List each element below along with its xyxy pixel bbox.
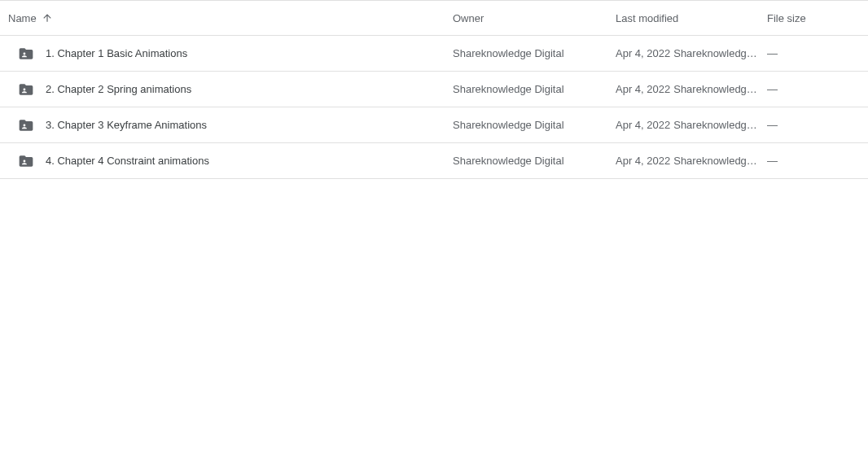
table-row[interactable]: 4. Chapter 4 Constraint animations Share… [0,143,868,179]
file-name: 4. Chapter 4 Constraint animations [46,155,209,167]
modified-date: Apr 4, 2022 [616,83,670,95]
cell-name: 1. Chapter 1 Basic Animations [8,46,453,62]
cell-owner: Shareknowledge Digital [453,155,616,167]
cell-name: 2. Chapter 2 Spring animations [8,81,453,98]
file-name: 2. Chapter 2 Spring animations [46,83,191,95]
modified-by: Shareknowledge D… [673,83,761,95]
file-table: Name Owner Last modified File size 1. Ch… [0,0,868,179]
modified-by: Shareknowledge D… [673,47,761,59]
cell-size: — [767,119,860,131]
modified-date: Apr 4, 2022 [616,47,670,59]
modified-date: Apr 4, 2022 [616,119,670,131]
modified-by: Shareknowledge D… [673,155,761,167]
file-name: 3. Chapter 3 Keyframe Animations [46,119,207,131]
cell-owner: Shareknowledge Digital [453,119,616,131]
cell-modified: Apr 4, 2022 Shareknowledge D… [616,155,767,167]
column-header-owner[interactable]: Owner [453,12,616,24]
column-header-modified[interactable]: Last modified [616,12,767,24]
cell-size: — [767,155,860,167]
shared-folder-icon [8,46,46,62]
svg-point-3 [24,159,26,162]
shared-folder-icon [8,153,46,169]
svg-point-1 [24,88,26,90]
column-label-name: Name [8,12,37,24]
cell-owner: Shareknowledge Digital [453,47,616,59]
cell-size: — [767,47,860,59]
modified-by: Shareknowledge D… [673,119,761,131]
svg-point-2 [24,124,26,126]
column-header-size[interactable]: File size [767,12,860,24]
arrow-up-icon [42,12,53,24]
modified-date: Apr 4, 2022 [616,155,670,167]
cell-modified: Apr 4, 2022 Shareknowledge D… [616,119,767,131]
table-row[interactable]: 2. Chapter 2 Spring animations Shareknow… [0,72,868,107]
cell-name: 4. Chapter 4 Constraint animations [8,153,453,169]
svg-point-0 [24,52,26,55]
shared-folder-icon [8,117,46,133]
table-row[interactable]: 3. Chapter 3 Keyframe Animations Sharekn… [0,107,868,143]
table-header-row: Name Owner Last modified File size [0,0,868,36]
column-header-name[interactable]: Name [8,12,453,24]
shared-folder-icon [8,81,46,98]
cell-owner: Shareknowledge Digital [453,83,616,95]
cell-name: 3. Chapter 3 Keyframe Animations [8,117,453,133]
cell-modified: Apr 4, 2022 Shareknowledge D… [616,47,767,59]
file-name: 1. Chapter 1 Basic Animations [46,47,187,59]
table-row[interactable]: 1. Chapter 1 Basic Animations Shareknowl… [0,36,868,72]
cell-modified: Apr 4, 2022 Shareknowledge D… [616,83,767,95]
cell-size: — [767,83,860,95]
